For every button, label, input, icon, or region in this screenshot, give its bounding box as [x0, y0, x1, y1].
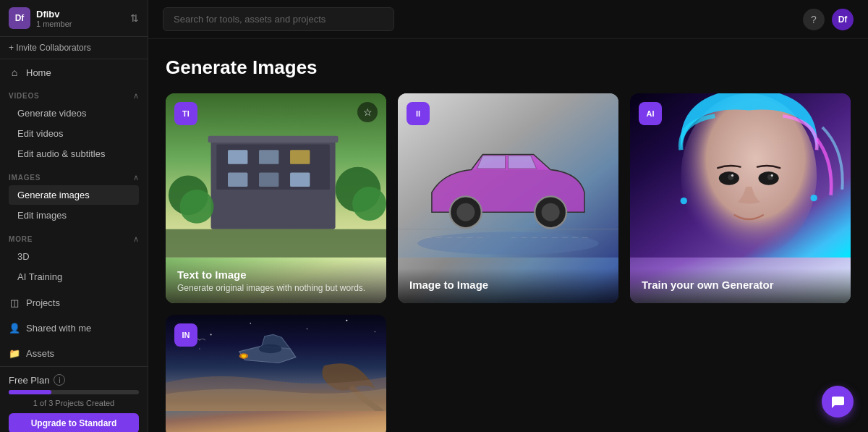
- card-text-to-image[interactable]: TI ☆ Text to Image Generate original ima…: [166, 93, 386, 303]
- svg-rect-9: [208, 136, 339, 143]
- shared-icon: 👤: [9, 323, 20, 334]
- card-desc-ti: Generate original images with nothing bu…: [177, 283, 375, 293]
- sidebar-home-label: Home: [26, 67, 51, 78]
- invite-collaborators-button[interactable]: + Invite Collaborators: [9, 43, 91, 53]
- card-badge-ti: TI: [174, 102, 197, 125]
- svg-point-45: [242, 355, 246, 358]
- sidebar-item-projects[interactable]: ◫ Projects: [0, 292, 148, 314]
- projects-progress-bar-fill: [9, 390, 51, 394]
- workspace-details: Dfibv 1 member: [36, 9, 72, 28]
- sidebar-item-generate-images[interactable]: Generate images: [9, 185, 139, 205]
- free-plan-label: Free Plan: [9, 375, 49, 386]
- free-plan-info-icon[interactable]: i: [54, 374, 65, 386]
- more-section: MORE ∧ 3D AI Training: [0, 229, 148, 290]
- edit-audio-label: Edit audio & subtitles: [17, 148, 105, 159]
- sidebar-header[interactable]: Df Dfibv 1 member ⇅: [0, 0, 148, 37]
- topbar: ? Df: [148, 0, 868, 39]
- svg-point-11: [180, 190, 214, 224]
- svg-point-40: [375, 331, 376, 333]
- svg-point-38: [307, 329, 308, 330]
- sidebar-item-ai-training[interactable]: AI Training: [9, 267, 139, 287]
- user-avatar[interactable]: Df: [832, 9, 854, 30]
- sidebar-item-edit-audio[interactable]: Edit audio & subtitles: [9, 144, 139, 164]
- more-section-header[interactable]: MORE ∧: [9, 234, 139, 244]
- svg-point-18: [456, 203, 475, 221]
- card-title-ti: Text to Image: [177, 268, 375, 281]
- ai-training-label: AI Training: [17, 271, 62, 282]
- card-inpainting[interactable]: IN: [166, 315, 386, 432]
- svg-point-13: [352, 187, 386, 221]
- sidebar-item-3d[interactable]: 3D: [9, 247, 139, 266]
- sidebar-bottom: Free Plan i 1 of 3 Projects Created Upgr…: [0, 366, 148, 432]
- svg-rect-4: [259, 150, 278, 164]
- svg-rect-5: [290, 150, 310, 164]
- help-button[interactable]: ?: [803, 9, 825, 30]
- edit-images-label: Edit images: [17, 210, 67, 221]
- projects-progress-bar-bg: [9, 390, 139, 394]
- chevron-up-icon-videos: ∧: [133, 91, 139, 101]
- cards-grid-row1: TI ☆ Text to Image Generate original ima…: [166, 93, 851, 303]
- svg-point-30: [731, 174, 733, 177]
- images-section-header[interactable]: IMAGES ∧: [9, 173, 139, 182]
- assets-label: Assets: [26, 348, 54, 359]
- sidebar-item-home[interactable]: ⌂ Home: [0, 59, 148, 85]
- page-title: Generate Images: [166, 56, 851, 79]
- assets-icon: 📁: [9, 348, 20, 359]
- projects-created-text: 1 of 3 Projects Created: [9, 399, 139, 407]
- card-badge-in: IN: [174, 323, 197, 347]
- shared-label: Shared with me: [26, 323, 91, 334]
- card-title-ii: Image to Image: [409, 279, 607, 291]
- upgrade-button[interactable]: Upgrade to Standard: [9, 413, 139, 432]
- workspace-member-count: 1 member: [36, 20, 72, 28]
- chevron-updown-icon: ⇅: [130, 12, 139, 24]
- topbar-right: ? Df: [803, 9, 854, 30]
- card-bottom-ii: Image to Image: [398, 268, 618, 303]
- card-title-ai: Train your own Generator: [642, 279, 839, 291]
- invite-section: + Invite Collaborators: [0, 37, 148, 59]
- chat-bubble-button[interactable]: [822, 386, 854, 418]
- projects-icon: ◫: [9, 297, 20, 308]
- videos-section-header[interactable]: VIDEOS ∧: [9, 91, 139, 101]
- sidebar: Df Dfibv 1 member ⇅ + Invite Collaborato…: [0, 0, 148, 432]
- generate-videos-label: Generate videos: [17, 108, 86, 119]
- card-bottom-ai: Train your own Generator: [630, 268, 851, 303]
- images-section: IMAGES ∧ Generate images Edit images: [0, 167, 148, 229]
- home-icon: ⌂: [9, 67, 20, 78]
- svg-rect-6: [228, 172, 247, 187]
- card-bottom-ti: Text to Image Generate original images w…: [166, 258, 386, 303]
- free-plan-row: Free Plan i: [9, 374, 139, 386]
- card-train-generator[interactable]: AI Train your own Generator: [630, 93, 851, 303]
- svg-point-39: [346, 320, 347, 321]
- sidebar-item-assets[interactable]: 📁 Assets: [0, 342, 148, 365]
- videos-section: VIDEOS ∧ Generate videos Edit videos Edi…: [0, 85, 148, 167]
- svg-point-32: [681, 198, 687, 204]
- sidebar-item-generate-videos[interactable]: Generate videos: [9, 103, 139, 123]
- svg-point-20: [542, 203, 560, 221]
- svg-point-31: [771, 174, 773, 177]
- sidebar-item-edit-videos[interactable]: Edit videos: [9, 124, 139, 143]
- chevron-up-icon-more: ∧: [133, 234, 139, 244]
- projects-label: Projects: [26, 297, 60, 308]
- card-badge-ii: II: [407, 102, 430, 125]
- sidebar-item-edit-images[interactable]: Edit images: [9, 206, 139, 225]
- svg-point-43: [259, 344, 281, 354]
- svg-point-36: [210, 334, 211, 335]
- images-section-label: IMAGES: [9, 174, 41, 182]
- workspace-name: Dfibv: [36, 9, 72, 20]
- svg-rect-8: [290, 172, 310, 187]
- svg-point-33: [810, 195, 817, 201]
- chevron-up-icon-images: ∧: [133, 173, 139, 182]
- card-image-to-image[interactable]: II Image to Image: [398, 93, 618, 303]
- svg-rect-14: [166, 229, 386, 258]
- svg-rect-3: [228, 150, 247, 164]
- workspace-avatar: Df: [9, 7, 30, 29]
- videos-section-label: VIDEOS: [9, 92, 40, 100]
- cards-grid-row2: IN: [166, 315, 851, 432]
- card-badge-ai: AI: [639, 102, 662, 125]
- card-favorite-button-ti[interactable]: ☆: [357, 102, 378, 122]
- edit-videos-label: Edit videos: [17, 128, 64, 139]
- search-input[interactable]: [163, 7, 394, 31]
- sidebar-item-shared-with-me[interactable]: 👤 Shared with me: [0, 317, 148, 339]
- main-content: ? Df Generate Images: [148, 0, 868, 432]
- svg-rect-7: [259, 172, 278, 187]
